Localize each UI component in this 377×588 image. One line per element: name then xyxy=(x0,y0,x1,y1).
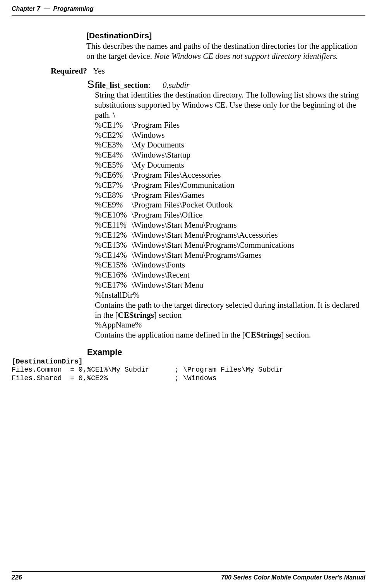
footer-rule xyxy=(12,571,365,572)
table-row: %CE2%\Windows xyxy=(95,130,362,141)
page-content: [DestinationDirs] This describes the nam… xyxy=(12,31,365,382)
sub-key: %CE13% xyxy=(95,240,132,250)
sub-key: %CE9% xyxy=(95,200,132,210)
sub-val: \My Documents xyxy=(132,140,184,149)
table-row: %CE7%\Program Files\Communication xyxy=(95,180,362,190)
sub-key: %CE14% xyxy=(95,250,132,261)
bullet-key-suffix: : xyxy=(148,81,151,90)
appname-label: %AppName% xyxy=(87,320,362,330)
sub-key: %CE17% xyxy=(95,280,132,290)
table-row: %CE11%\Windows\Start Menu\Programs xyxy=(95,220,362,230)
substitution-table: %CE1%\Program Files %CE2%\Windows %CE3%\… xyxy=(95,120,362,290)
bullet-value: 0,subdir xyxy=(163,81,189,90)
sub-val: \Program Files\Office xyxy=(132,210,202,219)
sub-val: \Windows\Start Menu\Programs\Games xyxy=(132,250,262,260)
sub-val: \Windows\Start Menu\Programs\Accessories xyxy=(132,230,278,240)
table-row: %CE9%\Program Files\Pocket Outlook xyxy=(95,200,362,210)
sub-key: %CE12% xyxy=(95,230,132,240)
sub-val: \Windows\Startup xyxy=(132,150,190,159)
sub-key: %CE1% xyxy=(95,120,132,130)
sub-key: %CE7% xyxy=(95,180,132,190)
sub-val: \Program Files\Games xyxy=(132,190,204,200)
sub-val: \Program Files\Pocket Outlook xyxy=(132,200,233,209)
code-line-3: Files.Shared = 0,%CE2% ; \Windows xyxy=(12,374,216,382)
header-left: Chapter 7 — Programming xyxy=(12,5,94,12)
table-row: %CE10%\Program Files\Office xyxy=(95,210,362,220)
sub-val: \Windows\Recent xyxy=(132,270,190,279)
table-row: %CE15%\Windows\Fonts xyxy=(95,260,362,270)
sub-val: \Program Files\Communication xyxy=(132,180,234,190)
sub-key: %CE5% xyxy=(95,160,132,170)
header-rule xyxy=(12,15,365,16)
sub-key: %CE10% xyxy=(95,210,132,220)
sub-val: \My Documents xyxy=(132,160,184,170)
appname-text-a: Contains the application name defined in… xyxy=(95,330,245,339)
page-number: 226 xyxy=(12,574,22,581)
required-row: Required? Yes xyxy=(50,66,365,76)
table-row: %CE17%\Windows\Start Menu xyxy=(95,280,362,290)
sub-val: \Program Files xyxy=(132,120,180,130)
appname-text: Contains the application name defined in… xyxy=(87,330,362,340)
appname-text-b: CEStrings xyxy=(245,330,281,339)
table-row: %CE1%\Program Files xyxy=(95,120,362,130)
page-header: Chapter 7 — Programming xyxy=(12,5,365,12)
manual-title: 700 Series Color Mobile Computer User's … xyxy=(221,574,365,581)
sub-val: \Windows\Start Menu\Programs\Communicati… xyxy=(132,240,295,250)
sub-key: %CE4% xyxy=(95,150,132,160)
sub-key: %CE2% xyxy=(95,130,132,141)
appname-text-c: ] section. xyxy=(281,330,311,339)
bullet-key: file_list_section xyxy=(95,81,148,90)
bullet-head: file_list_section: 0,subdir xyxy=(87,81,189,90)
page-footer: 226 700 Series Color Mobile Computer Use… xyxy=(12,571,365,581)
installdir-text: Contains the path to the target director… xyxy=(87,300,362,321)
required-value: Yes xyxy=(93,66,105,75)
installdir-text-c: ] section xyxy=(154,310,182,320)
installdir-label: %InstallDir% xyxy=(87,290,362,300)
sub-key: %CE8% xyxy=(95,190,132,201)
sub-key: %CE15% xyxy=(95,260,132,270)
chapter-title: Programming xyxy=(53,5,94,12)
table-row: %CE5%\My Documents xyxy=(95,160,362,170)
table-row: %CE14%\Windows\Start Menu\Programs\Games xyxy=(95,250,362,261)
table-row: %CE16%\Windows\Recent xyxy=(95,270,362,280)
bullet-block: S file_list_section: 0,subdir String tha… xyxy=(87,81,362,341)
example-code: [DestinationDirs] Files.Common = 0,%CE1%… xyxy=(12,358,365,382)
table-row: %CE13%\Windows\Start Menu\Programs\Commu… xyxy=(95,240,362,250)
required-label: Required? xyxy=(50,66,87,76)
table-row: %CE4%\Windows\Startup xyxy=(95,150,362,160)
sub-val: \Windows\Start Menu xyxy=(132,280,203,290)
code-line-1: [DestinationDirs] xyxy=(12,358,83,365)
code-line-2: Files.Common = 0,%CE1%\My Subdir ; \Prog… xyxy=(12,366,283,374)
installdir-text-b: CEStrings xyxy=(118,310,154,320)
bullet-row: S file_list_section: 0,subdir xyxy=(87,81,362,91)
table-row: %CE8%\Program Files\Games xyxy=(95,190,362,201)
sub-val: \Windows\Start Menu\Programs xyxy=(132,220,237,230)
sub-val: \Program Files\Accessories xyxy=(132,170,221,180)
example-heading: Example xyxy=(87,347,365,357)
table-row: %CE6%\Program Files\Accessories xyxy=(95,170,362,180)
bullet-para1: String that identifies the destination d… xyxy=(87,90,362,120)
chapter-label: Chapter 7 xyxy=(12,5,40,12)
sub-key: %CE6% xyxy=(95,170,132,180)
section-description: This describes the names and paths of th… xyxy=(86,41,362,62)
header-separator: — xyxy=(44,5,50,12)
table-row: %CE3%\My Documents xyxy=(95,140,362,150)
sub-key: %CE16% xyxy=(95,270,132,280)
sub-val: \Windows\Fonts xyxy=(132,260,185,269)
desc-text-2: Note Windows CE does not support directo… xyxy=(154,51,338,61)
table-row: %CE12%\Windows\Start Menu\Programs\Acces… xyxy=(95,230,362,240)
section-heading: [DestinationDirs] xyxy=(86,31,365,40)
bullet-marker: S xyxy=(87,81,94,88)
sub-key: %CE11% xyxy=(95,220,132,230)
sub-key: %CE3% xyxy=(95,140,132,150)
sub-val: \Windows xyxy=(132,130,165,140)
